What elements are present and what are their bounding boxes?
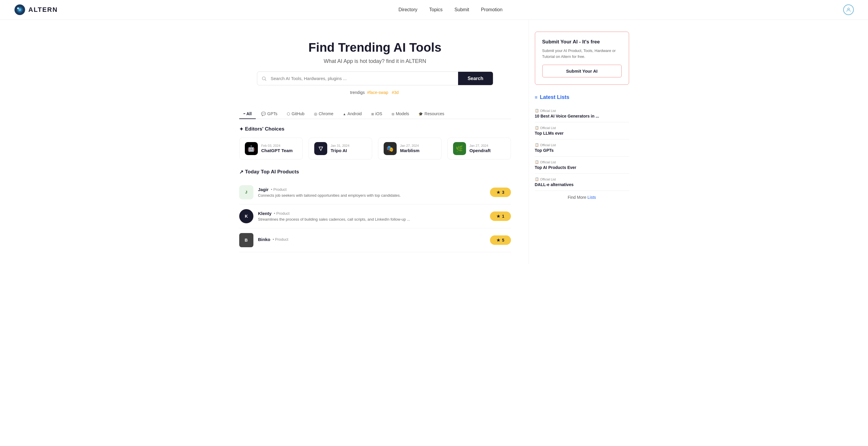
product-logo-1: K [239, 209, 253, 223]
filter-tab-github[interactable]: GitHub [283, 109, 309, 119]
nav-promotion[interactable]: Promotion [481, 7, 502, 12]
editor-card-0[interactable]: 🤖 Feb 03, 2024 ChatGPT Team [239, 138, 303, 159]
logo-icon [14, 4, 25, 16]
user-icon [846, 7, 851, 12]
list-badge-2: Official List [535, 143, 629, 147]
main-content: Find Trending AI Tools What AI App is ho… [239, 20, 523, 264]
filter-label-resources: Resources [425, 111, 444, 116]
product-item-2[interactable]: B Binko • Product 5 [239, 228, 511, 252]
page-wrapper: Find Trending AI Tools What AI App is ho… [227, 20, 641, 264]
editors-icon [239, 126, 243, 132]
bookmark-icon-0 [535, 109, 539, 113]
editor-info-2: Jan 27, 2024 Marblism [400, 144, 420, 153]
svg-point-4 [848, 8, 849, 10]
editor-name-2: Marblism [400, 148, 420, 153]
sidebar-list-item-0[interactable]: Official List 10 Best AI Voice Generator… [535, 105, 629, 122]
filter-label-ios: iOS [375, 111, 382, 116]
bookmark-icon-3 [535, 160, 539, 164]
filter-tab-all[interactable]: All [239, 109, 256, 119]
product-info-0: Jagir • Product Connects job seekers wit… [258, 187, 485, 198]
filter-tabs: All GPTs GitHub Chrome Android iOS [239, 109, 511, 119]
vote-count-2: 5 [502, 238, 504, 242]
chrome-icon [314, 111, 317, 116]
filter-tab-resources[interactable]: Resources [414, 109, 448, 119]
find-more-link[interactable]: Lists [587, 195, 596, 200]
editor-name-3: Opendraft [470, 148, 491, 153]
nav-submit[interactable]: Submit [455, 7, 469, 12]
trending-tag-0[interactable]: #face-swap [367, 90, 389, 95]
product-name-0: Jagir [258, 187, 269, 192]
sidebar-list-item-4[interactable]: Official List DALL-e alternatives [535, 174, 629, 191]
search-button[interactable]: Search [458, 72, 493, 85]
filter-tab-chrome[interactable]: Chrome [310, 109, 338, 119]
filter-tab-models[interactable]: Models [388, 109, 413, 119]
filter-label-models: Models [396, 111, 409, 116]
find-more-label: Find More [568, 195, 586, 200]
vote-count-1: 1 [502, 214, 504, 218]
submit-ai-button[interactable]: Submit Your AI [542, 65, 622, 78]
sidebar-submit-desc: Submit your AI Product, Tools, Hardware … [542, 48, 622, 59]
search-bar: Search [257, 71, 493, 85]
hero-title: Find Trending AI Tools [239, 40, 511, 55]
product-desc-1: Streamlines the process of building sale… [258, 217, 435, 221]
editor-logo-1: ▽ [314, 142, 327, 155]
filter-tab-gpts[interactable]: GPTs [257, 109, 281, 119]
product-type-1: • Product [274, 211, 289, 216]
vote-button-0[interactable]: 3 [490, 187, 511, 197]
editor-logo-0: 🤖 [245, 142, 258, 155]
editor-name-0: ChatGPT Team [261, 148, 293, 153]
editor-info-0: Feb 03, 2024 ChatGPT Team [261, 144, 293, 153]
user-avatar-button[interactable] [843, 4, 854, 15]
android-icon [343, 111, 346, 116]
hero-subtitle: What AI App is hot today? find it in ALT… [239, 58, 511, 64]
logo[interactable]: ALTERN [14, 4, 58, 16]
editor-logo-3: 🌿 [453, 142, 466, 155]
latest-lists-header: Latest Lists [535, 94, 629, 100]
vote-button-1[interactable]: 1 [490, 211, 511, 221]
trending-tag-1[interactable]: #3d [392, 90, 398, 95]
product-item-0[interactable]: J Jagir • Product Connects job seekers w… [239, 180, 511, 204]
github-icon [287, 111, 290, 116]
search-input[interactable] [271, 72, 458, 85]
sidebar-list-item-2[interactable]: Official List Top GPTs [535, 140, 629, 156]
list-badge-3: Official List [535, 160, 629, 164]
find-more-row: Find More Lists [535, 195, 629, 200]
product-type-0: • Product [271, 187, 286, 192]
sidebar-list-item-3[interactable]: Official List Top AI Products Ever [535, 156, 629, 174]
trendigs-row: trendigs #face-swap #3d [239, 90, 511, 95]
list-name-0: 10 Best AI Voice Generators in ... [535, 114, 629, 118]
list-name-1: Top LLMs ever [535, 131, 629, 136]
nav-directory[interactable]: Directory [398, 7, 417, 12]
search-icon [257, 72, 271, 85]
svg-text:K: K [245, 214, 247, 218]
product-item-1[interactable]: K Klenty • Product Streamlines the proce… [239, 204, 511, 228]
product-logo-0: J [239, 185, 253, 199]
product-name-row-2: Binko • Product [258, 237, 485, 242]
editor-card-3[interactable]: 🌿 Jan 27, 2024 Opendraft [447, 138, 511, 159]
product-name-1: Klenty [258, 211, 272, 216]
product-logo-2: B [239, 233, 253, 247]
list-icon [535, 94, 537, 100]
sidebar-list-item-1[interactable]: Official List Top LLMs ever [535, 122, 629, 140]
list-name-2: Top GPTs [535, 148, 629, 153]
latest-lists-title: Latest Lists [540, 94, 569, 100]
filter-tab-ios[interactable]: iOS [367, 109, 386, 119]
ios-icon [371, 111, 374, 116]
list-name-3: Top AI Products Ever [535, 165, 629, 170]
editor-name-1: Tripo AI [331, 148, 350, 153]
filter-label-android: Android [348, 111, 362, 116]
vote-button-2[interactable]: 5 [490, 235, 511, 245]
all-icon [243, 111, 245, 116]
filter-tab-android[interactable]: Android [339, 109, 366, 119]
editors-grid: 🤖 Feb 03, 2024 ChatGPT Team ▽ Jan 31, 20… [239, 138, 511, 159]
editor-info-1: Jan 31, 2024 Tripo AI [331, 144, 350, 153]
editor-card-2[interactable]: 🎭 Jan 27, 2024 Marblism [378, 138, 441, 159]
product-info-1: Klenty • Product Streamlines the process… [258, 211, 485, 221]
vote-count-0: 3 [502, 190, 504, 195]
svg-line-6 [265, 80, 266, 80]
nav-topics[interactable]: Topics [429, 7, 442, 12]
editor-date-1: Jan 31, 2024 [331, 144, 350, 147]
list-badge-4: Official List [535, 177, 629, 181]
header: ALTERN Directory Topics Submit Promotion [0, 0, 868, 20]
editor-card-1[interactable]: ▽ Jan 31, 2024 Tripo AI [309, 138, 372, 159]
